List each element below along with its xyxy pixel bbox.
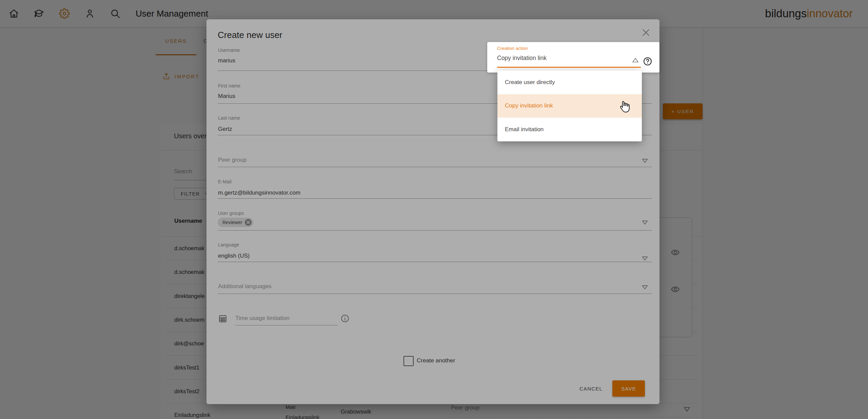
menu-item-email-invitation[interactable]: Email invitation (497, 118, 642, 141)
creation-action-field[interactable]: Creation action Copy invitation link (487, 42, 659, 73)
creation-action-value[interactable]: Copy invitation link (497, 55, 547, 62)
menu-item-create-user-directly[interactable]: Create user directly (497, 71, 642, 94)
triangle-up-icon[interactable] (631, 57, 640, 64)
creation-action-label: Creation action (497, 46, 528, 51)
app-root: User Management bildungsinnovator USERS … (0, 0, 868, 419)
help-icon[interactable] (643, 57, 652, 66)
creation-action-underline (497, 67, 641, 68)
select-backdrop[interactable] (0, 0, 868, 419)
mouse-cursor-hand (618, 100, 631, 113)
